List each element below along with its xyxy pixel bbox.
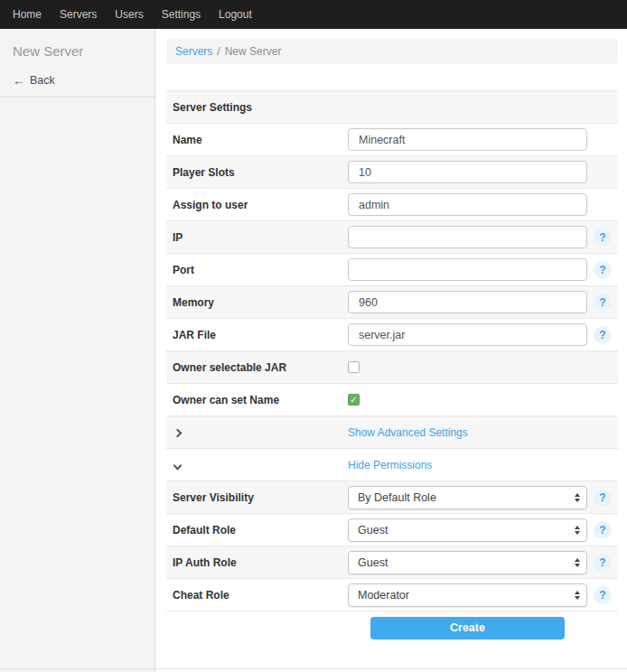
help-icon[interactable]: ? <box>594 229 612 247</box>
owner-selectable-jar-checkbox[interactable] <box>348 361 360 373</box>
help-icon[interactable]: ? <box>594 586 612 604</box>
show-advanced-settings-link[interactable]: Show Advanced Settings <box>348 426 468 439</box>
cheat-role-select[interactable]: Moderator <box>348 583 587 607</box>
select-value: Guest <box>358 524 388 537</box>
form-row-ip: IP ? <box>166 221 618 254</box>
help-icon[interactable]: ? <box>594 554 612 572</box>
sidebar: New Server ← Back <box>0 29 155 672</box>
field-label: Cheat Role <box>173 589 348 602</box>
server-settings-form: Server Settings Name Player Slots Assign… <box>166 90 618 644</box>
breadcrumb: Servers / New Server <box>166 39 618 64</box>
chevron-down-icon[interactable] <box>173 461 182 470</box>
select-value: Moderator <box>358 589 409 602</box>
select-arrows-icon <box>575 526 580 535</box>
form-row-submit: Create <box>166 611 618 644</box>
nav-item-home[interactable]: Home <box>4 0 51 29</box>
help-icon[interactable]: ? <box>594 294 612 312</box>
select-value: By Default Role <box>358 491 436 504</box>
section-title: Server Settings <box>173 101 252 114</box>
select-arrows-icon <box>575 591 580 600</box>
create-button[interactable]: Create <box>370 617 565 639</box>
back-arrow-icon: ← <box>13 75 24 87</box>
server-visibility-select[interactable]: By Default Role <box>348 486 587 509</box>
breadcrumb-separator: / <box>217 45 220 58</box>
select-arrows-icon <box>575 493 580 502</box>
select-arrows-icon <box>575 558 580 567</box>
nav-item-logout[interactable]: Logout <box>210 0 261 29</box>
select-value: Guest <box>358 556 388 569</box>
field-label: Name <box>173 134 348 146</box>
nav-item-users[interactable]: Users <box>106 0 152 29</box>
field-label: IP <box>173 231 348 244</box>
form-row-assign-to-user: Assign to user <box>166 189 618 221</box>
back-label: Back <box>30 74 55 87</box>
form-row-hide-permissions: Hide Permissions <box>166 449 618 481</box>
field-label: Memory <box>173 296 348 309</box>
page: Home Servers Users Settings Logout New S… <box>0 0 627 672</box>
breadcrumb-servers-link[interactable]: Servers <box>175 45 212 58</box>
name-input[interactable] <box>348 128 587 151</box>
form-row-memory: Memory ? <box>166 286 618 319</box>
form-row-player-slots: Player Slots <box>166 156 618 189</box>
help-icon[interactable]: ? <box>594 521 612 539</box>
form-row-name: Name <box>166 124 618 156</box>
breadcrumb-current: New Server <box>225 45 282 58</box>
form-row-server-visibility: Server Visibility By Default Role ? <box>166 481 618 514</box>
memory-input[interactable] <box>348 291 587 313</box>
port-input[interactable] <box>348 258 587 281</box>
ip-input[interactable] <box>348 226 587 248</box>
field-label: Default Role <box>173 524 348 537</box>
page-bottom-divider <box>0 668 627 669</box>
nav-item-servers[interactable]: Servers <box>51 0 106 29</box>
owner-can-set-name-checkbox[interactable] <box>348 394 360 406</box>
field-label: Owner can set Name <box>173 394 348 406</box>
form-row-show-advanced: Show Advanced Settings <box>166 416 618 449</box>
jar-file-input[interactable] <box>348 323 587 346</box>
form-row-ip-auth-role: IP Auth Role Guest ? <box>166 546 618 579</box>
field-label: JAR File <box>173 329 348 341</box>
field-label: Assign to user <box>173 199 348 211</box>
top-navbar: Home Servers Users Settings Logout <box>0 0 627 29</box>
player-slots-input[interactable] <box>348 161 587 183</box>
field-label: Server Visibility <box>173 491 348 504</box>
field-label: IP Auth Role <box>173 556 348 569</box>
chevron-right-icon[interactable] <box>173 428 182 437</box>
back-button[interactable]: ← Back <box>0 66 154 98</box>
nav-item-settings[interactable]: Settings <box>153 0 210 29</box>
form-row-port: Port ? <box>166 254 618 286</box>
help-icon[interactable]: ? <box>594 489 612 507</box>
page-title: New Server <box>0 29 154 66</box>
form-row-jar-file: JAR File ? <box>166 319 618 351</box>
field-label: Owner selectable JAR <box>173 361 348 374</box>
hide-permissions-link[interactable]: Hide Permissions <box>348 459 432 471</box>
assign-to-user-input[interactable] <box>348 193 587 216</box>
main-content: Servers / New Server Server Settings Nam… <box>155 29 627 672</box>
default-role-select[interactable]: Guest <box>348 518 587 542</box>
section-header-row: Server Settings <box>166 91 618 124</box>
form-row-owner-selectable-jar: Owner selectable JAR <box>166 351 618 384</box>
form-row-cheat-role: Cheat Role Moderator ? <box>166 579 618 611</box>
form-row-default-role: Default Role Guest ? <box>166 514 618 546</box>
help-icon[interactable]: ? <box>594 261 612 279</box>
field-label: Port <box>173 264 348 276</box>
ip-auth-role-select[interactable]: Guest <box>348 551 587 574</box>
form-row-owner-can-set-name: Owner can set Name <box>166 384 618 416</box>
help-icon[interactable]: ? <box>594 326 612 344</box>
field-label: Player Slots <box>173 166 348 179</box>
